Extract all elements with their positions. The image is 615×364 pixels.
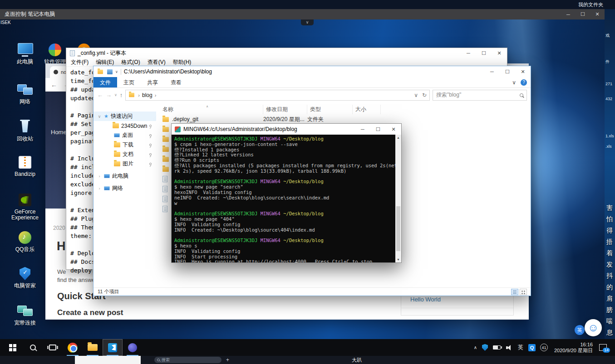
- menu-item[interactable]: 格式(O): [118, 58, 143, 66]
- menu-item[interactable]: 编辑(E): [92, 58, 118, 66]
- ime-lang-bubble[interactable]: 英: [575, 325, 585, 335]
- crumb-chevron-icon[interactable]: ›: [136, 92, 142, 98]
- taskbar-search[interactable]: [23, 339, 43, 356]
- tray-number-badge[interactable]: 41: [540, 344, 548, 351]
- ime-assistant-ball[interactable]: ☺: [585, 319, 602, 336]
- sidebar-item-network[interactable]: ›网络: [93, 184, 156, 193]
- details-view-button[interactable]: [511, 289, 518, 295]
- pin-icon: [149, 144, 152, 146]
- remote-maximize-button[interactable]: ☐: [576, 9, 590, 19]
- taskbar-task-view[interactable]: [43, 339, 63, 356]
- terminal-titlebar[interactable]: MINGW64:/c/Users/Administrator/Desktop/b…: [172, 124, 401, 135]
- forward-icon[interactable]: →: [106, 92, 112, 98]
- help-icon[interactable]: ?: [521, 79, 527, 86]
- up-icon[interactable]: ↑: [120, 92, 123, 98]
- breadcrumb-segment[interactable]: blog: [142, 92, 153, 98]
- terminal-window[interactable]: MINGW64:/c/Users/Administrator/Desktop/b…: [171, 123, 402, 263]
- history-dropdown-icon[interactable]: ∨: [114, 93, 117, 97]
- speaker-icon[interactable]: [506, 345, 512, 350]
- action-center-icon[interactable]: 14: [599, 344, 607, 351]
- terminal-scrollbar[interactable]: ▲ ▼: [395, 135, 401, 262]
- column-header-3[interactable]: 大小: [353, 105, 381, 114]
- notepad-close-button[interactable]: ✕: [492, 48, 507, 58]
- plus-icon[interactable]: +: [226, 357, 229, 363]
- desktop-icon-broadband[interactable]: 宽带连接: [9, 303, 41, 326]
- explorer-titlebar[interactable]: ∨ C:\Users\Administrator\Desktop\blog ─ …: [93, 66, 531, 77]
- expander-icon[interactable]: ›: [97, 174, 102, 179]
- desktop-icon-qq-music[interactable]: QQ音乐: [9, 230, 41, 252]
- taskbar-file-explorer[interactable]: [83, 339, 103, 356]
- explorer-close-button[interactable]: ✕: [515, 66, 531, 77]
- security-shield-icon[interactable]: [482, 344, 488, 351]
- taskbar-start[interactable]: [3, 339, 23, 356]
- menu-item[interactable]: 文件(F): [67, 58, 92, 66]
- bottom-search-box[interactable]: 搜索: [154, 357, 221, 363]
- sidebar-item-pictures[interactable]: 图片: [93, 159, 156, 169]
- desktop-icon-geforce-experience[interactable]: GeForce Experience: [9, 192, 41, 221]
- terminal-close-button[interactable]: ✕: [386, 124, 401, 135]
- search-icon[interactable]: [520, 93, 523, 97]
- ribbon-tab-3[interactable]: 查看: [164, 77, 188, 87]
- crumb-chevron-icon[interactable]: ›: [153, 92, 159, 98]
- address-dropdown-icon[interactable]: ∨: [414, 92, 418, 98]
- ribbon-tab-0[interactable]: 文件: [93, 77, 117, 87]
- sidebar-item-this-pc[interactable]: ›此电脑: [93, 171, 156, 181]
- desktop-icon-pc-manager[interactable]: 电脑管家: [9, 266, 41, 289]
- desktop-icon-network[interactable]: 网络: [9, 82, 41, 105]
- explorer-minimize-button[interactable]: ─: [484, 66, 500, 77]
- remote-titlebar[interactable]: 桌面控制 笔记本电脑 ─ ☐ ✕: [0, 9, 605, 19]
- column-header-2[interactable]: 类型: [307, 105, 353, 114]
- desktop-icon-this-pc[interactable]: 此电脑: [9, 42, 41, 65]
- notepad-minimize-button[interactable]: ─: [461, 48, 476, 58]
- column-header-1[interactable]: 修改日期: [263, 105, 307, 114]
- clock[interactable]: 16:16 2020/9/20 星期日: [554, 342, 593, 354]
- battery-icon[interactable]: [493, 345, 501, 349]
- qat-dropdown-icon[interactable]: ∨: [115, 70, 118, 74]
- sidebar-item-2345download[interactable]: 2345Download: [93, 121, 156, 131]
- sidebar-item-downloads[interactable]: 下载: [93, 140, 156, 150]
- remote-close-button[interactable]: ✕: [590, 9, 605, 19]
- sidebar-item-desktop[interactable]: 桌面: [93, 131, 156, 140]
- ribbon-tab-2[interactable]: 共享: [141, 77, 164, 87]
- ribbon-collapse-icon[interactable]: ∨: [512, 79, 516, 86]
- host-folder-label[interactable]: 我的文件夹: [578, 1, 603, 8]
- remote-minimize-button[interactable]: ─: [561, 9, 576, 19]
- back-icon[interactable]: ←: [51, 81, 57, 88]
- recent-post-link[interactable]: Hello World: [410, 296, 441, 303]
- ime-language-indicator[interactable]: 英: [515, 344, 526, 351]
- desktop-icon-bandizip[interactable]: Bandizip: [9, 155, 41, 177]
- tray-chevron-icon[interactable]: ∧: [471, 345, 480, 350]
- expander-icon[interactable]: ∨: [97, 114, 102, 119]
- large-icons-view-button[interactable]: [520, 289, 527, 295]
- column-header-0[interactable]: 名称∧: [156, 105, 263, 114]
- expander-icon[interactable]: ›: [97, 186, 102, 191]
- menu-item[interactable]: 帮助(H): [169, 58, 195, 66]
- scrollbar-thumb[interactable]: [396, 206, 400, 251]
- sort-ascending-icon[interactable]: ∧: [206, 105, 208, 108]
- quick-access-toolbar-icon[interactable]: [107, 69, 113, 74]
- terminal-output[interactable]: Administrator@ESEWSNS5OTJK3DJ MINGW64 ~/…: [172, 135, 395, 262]
- search-box[interactable]: 搜索"blog": [433, 90, 527, 101]
- sidebar-item-quick-access[interactable]: ∨★快速访问: [93, 112, 156, 121]
- input-method-q-icon[interactable]: Q: [528, 344, 536, 351]
- back-icon[interactable]: ←: [97, 92, 103, 98]
- explorer-maximize-button[interactable]: ☐: [500, 66, 515, 77]
- address-bar[interactable]: › blog › ∨ ↻: [125, 90, 430, 101]
- notepad-titlebar[interactable]: _config.yml - 记事本 ─ ☐ ✕: [66, 48, 507, 58]
- taskbar-chrome[interactable]: [63, 339, 83, 356]
- ribbon-tab-1[interactable]: 主页: [117, 77, 141, 87]
- file-row[interactable]: .deploy_git2020/9/20 星期...文件夹: [156, 114, 531, 124]
- refresh-icon[interactable]: ↻: [422, 92, 427, 98]
- scroll-up-icon[interactable]: ▲: [395, 135, 401, 141]
- menu-item[interactable]: 查看(V): [144, 58, 169, 66]
- sidebar-item-documents[interactable]: 文档: [93, 150, 156, 159]
- terminal-maximize-button[interactable]: ☐: [370, 124, 386, 135]
- taskbar-sunlogin[interactable]: [123, 339, 143, 356]
- notepad-maximize-button[interactable]: ☐: [476, 48, 492, 58]
- terminal-minimize-button[interactable]: ─: [355, 124, 370, 135]
- toolbar-collapse-chevron[interactable]: ∨: [301, 19, 314, 25]
- taskbar-vscode[interactable]: [103, 339, 123, 356]
- desktop-icon-recycle-bin[interactable]: 回收站: [9, 119, 41, 142]
- scroll-down-icon[interactable]: ▼: [395, 257, 401, 262]
- blog-nav-home[interactable]: Home: [51, 129, 67, 136]
